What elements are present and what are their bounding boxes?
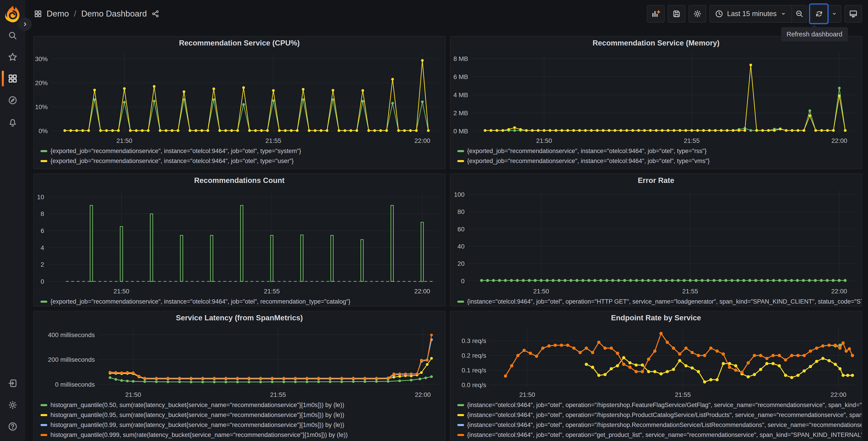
- svg-text:21:55: 21:55: [675, 391, 691, 398]
- dashboards-grid-icon[interactable]: [34, 10, 42, 18]
- svg-text:2 MB: 2 MB: [453, 110, 468, 117]
- kiosk-mode-button[interactable]: [844, 5, 862, 23]
- legend-item[interactable]: {instance="otelcol:9464", job="otel", op…: [457, 430, 862, 440]
- svg-text:21:55: 21:55: [270, 391, 286, 398]
- svg-text:10%: 10%: [35, 104, 48, 111]
- chart-canvas: 0.0 req/s0.1 req/s0.2 req/s0.3 req/s21:5…: [451, 324, 862, 400]
- breadcrumb-section[interactable]: Demo: [46, 9, 69, 19]
- legend-item[interactable]: {instance="otelcol:9464", job="otel", op…: [457, 420, 862, 430]
- latency-chart[interactable]: 0 milliseconds200 milliseconds400 millis…: [34, 324, 445, 400]
- legend-item[interactable]: histogram_quantile(0.99, sum(rate(latenc…: [40, 420, 445, 430]
- svg-text:60: 60: [457, 226, 464, 233]
- svg-text:21:55: 21:55: [266, 137, 281, 144]
- zoom-out-time-button[interactable]: [792, 5, 807, 22]
- memory-legend: {exported_job="recommendationservice", i…: [451, 146, 862, 166]
- legend-series-mark: [457, 150, 464, 152]
- legend-item[interactable]: {exported_job="recommendationservice", i…: [40, 156, 445, 166]
- panel-recommendation-cpu: Recommendation Service (CPU%) 0%10%20%30…: [33, 36, 445, 169]
- svg-text:200 milliseconds: 200 milliseconds: [48, 356, 95, 363]
- svg-text:4: 4: [40, 244, 44, 251]
- endpoint-rate-legend: {instance="otelcol:9464", job="otel", op…: [451, 400, 862, 440]
- legend-series-mark: [40, 404, 47, 406]
- svg-text:0.3 req/s: 0.3 req/s: [462, 337, 486, 344]
- svg-text:20: 20: [457, 260, 464, 267]
- svg-text:4 MB: 4 MB: [453, 91, 468, 98]
- legend-item[interactable]: {exported_job="recommendationservice", i…: [457, 156, 862, 166]
- svg-text:21:55: 21:55: [684, 137, 700, 144]
- breadcrumb-page-title[interactable]: Demo Dashboard: [81, 9, 147, 19]
- legend-item[interactable]: histogram_quantile(0.50, sum(rate(latenc…: [40, 400, 445, 410]
- legend-series-mark: [457, 404, 464, 406]
- dashboards-icon[interactable]: [8, 74, 18, 84]
- legend-series-label: {instance="otelcol:9464", job="otel", op…: [467, 298, 862, 305]
- sign-in-icon[interactable]: [8, 378, 18, 388]
- svg-text:400 milliseconds: 400 milliseconds: [48, 331, 95, 339]
- panel-title: Service Latency (from SpanMetrics): [176, 314, 303, 322]
- legend-series-mark: [40, 160, 47, 162]
- panel-header[interactable]: Recommendations Count: [34, 174, 445, 187]
- legend-series-label: {instance="otelcol:9464", job="otel", op…: [467, 421, 862, 429]
- grafana-logo-icon[interactable]: [4, 5, 22, 23]
- legend-series-label: histogram_quantile(0.999, sum(rate(laten…: [51, 432, 348, 439]
- svg-text:22:00: 22:00: [831, 391, 846, 398]
- svg-text:22:00: 22:00: [415, 391, 431, 398]
- refresh-tooltip: Refresh dashboard: [781, 27, 848, 41]
- chart-canvas: 0 milliseconds200 milliseconds400 millis…: [34, 324, 445, 400]
- legend-item[interactable]: {exported_job="recommendationservice", i…: [40, 297, 445, 306]
- svg-text:22:00: 22:00: [831, 137, 847, 144]
- legend-series-label: {instance="otelcol:9464", job="otel", op…: [467, 412, 862, 419]
- expand-sidebar-button[interactable]: [19, 18, 32, 31]
- starred-icon[interactable]: [8, 52, 18, 62]
- legend-series-mark: [40, 434, 47, 436]
- svg-text:22:00: 22:00: [414, 137, 430, 144]
- panel-header[interactable]: Recommendation Service (CPU%): [34, 36, 445, 50]
- panel-title: Recommendation Service (CPU%): [179, 39, 300, 47]
- svg-text:40: 40: [457, 243, 464, 250]
- refresh-interval-dropdown[interactable]: [828, 5, 841, 22]
- save-dashboard-button[interactable]: [668, 5, 685, 23]
- help-icon[interactable]: [8, 421, 18, 432]
- legend-item[interactable]: {exported_job="recommendationservice", i…: [40, 146, 445, 156]
- legend-item[interactable]: histogram_quantile(0.95, sum(rate(latenc…: [40, 410, 445, 420]
- legend-item[interactable]: {instance="otelcol:9464", job="otel", op…: [457, 400, 862, 410]
- svg-text:30%: 30%: [35, 56, 48, 62]
- share-icon[interactable]: [151, 10, 159, 18]
- svg-text:21:50: 21:50: [536, 137, 552, 144]
- legend-item[interactable]: {instance="otelcol:9464", job="otel", op…: [457, 410, 862, 420]
- legend-series-label: {exported_job="recommendationservice", i…: [51, 157, 294, 165]
- count-chart[interactable]: 024681021:5021:5522:00: [34, 187, 445, 296]
- time-range-picker[interactable]: Last 15 minutes: [710, 5, 792, 22]
- topbar-actions: Last 15 minutes: [647, 5, 862, 23]
- legend-series-mark: [40, 301, 47, 303]
- chevron-down-icon: [780, 11, 786, 17]
- legend-series-mark: [457, 414, 464, 416]
- refresh-icon: [815, 9, 824, 18]
- chart-canvas: 024681021:5021:5522:00: [34, 187, 445, 296]
- add-panel-button[interactable]: [647, 5, 664, 23]
- panel-header[interactable]: Endpoint Rate by Service: [451, 311, 862, 324]
- panel-header[interactable]: Service Latency (from SpanMetrics): [34, 311, 445, 324]
- legend-item[interactable]: {exported_job="recommendationservice", i…: [457, 146, 862, 156]
- explore-compass-icon[interactable]: [8, 95, 18, 105]
- alerting-bell-icon[interactable]: [8, 117, 18, 127]
- breadcrumb: Demo / Demo Dashboard: [34, 9, 159, 19]
- legend-series-label: {exported_job="recommendationservice", i…: [467, 148, 707, 155]
- svg-text:100: 100: [454, 191, 465, 198]
- endpoint-rate-chart[interactable]: 0.0 req/s0.1 req/s0.2 req/s0.3 req/s21:5…: [451, 324, 862, 400]
- chart-canvas: 02040608010021:5021:5522:00: [451, 187, 862, 296]
- legend-series-mark: [457, 434, 464, 436]
- dashboard-settings-button[interactable]: [688, 5, 706, 23]
- svg-text:22:00: 22:00: [414, 288, 430, 295]
- breadcrumb-separator: /: [74, 9, 76, 19]
- svg-text:20%: 20%: [35, 80, 48, 86]
- cpu-chart[interactable]: 0%10%20%30%21:5021:5522:00: [34, 50, 445, 146]
- panel-header[interactable]: Error Rate: [451, 174, 862, 187]
- search-icon[interactable]: [8, 31, 18, 40]
- error-rate-chart[interactable]: 02040608010021:5021:5522:00: [451, 187, 862, 296]
- refresh-dashboard-button[interactable]: [811, 5, 827, 22]
- legend-item[interactable]: {instance="otelcol:9464", job="otel", op…: [457, 297, 862, 306]
- legend-series-mark: [40, 414, 47, 416]
- legend-item[interactable]: histogram_quantile(0.999, sum(rate(laten…: [40, 430, 445, 440]
- settings-gear-icon[interactable]: [8, 400, 18, 410]
- memory-chart[interactable]: 0 MB2 MB4 MB6 MB8 MB21:5021:5522:00: [451, 50, 862, 146]
